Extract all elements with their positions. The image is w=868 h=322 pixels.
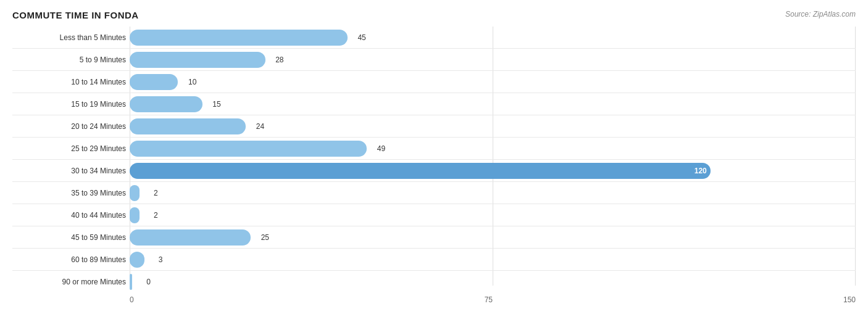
bar-fill: 15 — [130, 96, 202, 112]
bar-fill: 120 — [130, 163, 711, 179]
bar-track: 49 — [130, 138, 856, 159]
bar-track: 3 — [130, 249, 856, 270]
bar-label: 25 to 29 Minutes — [12, 144, 130, 153]
bar-row: 20 to 24 Minutes24 — [12, 115, 856, 138]
bar-track: 24 — [130, 115, 856, 137]
bar-row: 40 to 44 Minutes2 — [12, 204, 856, 226]
bar-value-label: 24 — [256, 122, 264, 131]
bar-value-label: 10 — [188, 78, 196, 86]
bar-fill: 2 — [130, 207, 140, 223]
axis-tick-label: 75 — [485, 295, 493, 304]
source-label: Source: ZipAtlas.com — [785, 10, 856, 19]
bar-fill: 25 — [130, 229, 251, 246]
bar-track: 45 — [130, 27, 856, 48]
axis-tick-label: 0 — [130, 295, 134, 304]
bar-track: 15 — [130, 93, 856, 115]
bar-track: 2 — [130, 204, 856, 226]
bar-fill: 2 — [130, 185, 140, 201]
bar-label: 90 or more Minutes — [12, 278, 130, 286]
bar-label: 30 to 34 Minutes — [12, 167, 130, 175]
bar-fill: 0 — [130, 274, 132, 290]
bar-value-label: 2 — [154, 189, 158, 197]
bar-value-label: 120 — [695, 167, 707, 175]
bar-track: 10 — [130, 71, 856, 93]
bar-fill: 28 — [130, 52, 265, 68]
bar-row: 15 to 19 Minutes15 — [12, 93, 856, 115]
bar-label: 20 to 24 Minutes — [12, 122, 130, 131]
bar-value-label: 28 — [275, 56, 283, 64]
bar-row: 35 to 39 Minutes2 — [12, 182, 856, 204]
bar-label: Less than 5 Minutes — [12, 33, 130, 42]
bar-value-label: 2 — [154, 211, 158, 220]
bar-row: 90 or more Minutes0 — [12, 271, 856, 293]
bar-value-label: 45 — [357, 33, 365, 42]
bar-row: Less than 5 Minutes45 — [12, 27, 856, 49]
bar-track: 25 — [130, 226, 856, 248]
bar-label: 40 to 44 Minutes — [12, 211, 130, 220]
axis-labels: 075150 — [130, 295, 856, 304]
bar-value-label: 25 — [261, 233, 269, 242]
bar-fill: 49 — [130, 141, 367, 157]
bar-value-label: 0 — [146, 278, 151, 286]
axis-row: 075150 — [12, 295, 856, 304]
bar-label: 15 to 19 Minutes — [12, 100, 130, 109]
bar-label: 10 to 14 Minutes — [12, 78, 130, 86]
bar-row: 60 to 89 Minutes3 — [12, 249, 856, 271]
bar-value-label: 3 — [159, 255, 163, 264]
chart-area: Less than 5 Minutes455 to 9 Minutes2810 … — [12, 27, 856, 304]
bar-fill: 45 — [130, 30, 348, 46]
bar-track: 120 — [130, 160, 856, 181]
bar-row: 30 to 34 Minutes120 — [12, 160, 856, 182]
bar-label: 5 to 9 Minutes — [12, 56, 130, 64]
bar-value-label: 49 — [377, 144, 385, 153]
bar-row: 25 to 29 Minutes49 — [12, 138, 856, 160]
bar-row: 5 to 9 Minutes28 — [12, 49, 856, 71]
bar-fill: 3 — [130, 252, 144, 268]
bar-row: 10 to 14 Minutes10 — [12, 71, 856, 93]
bar-track: 0 — [130, 271, 856, 293]
bar-fill: 10 — [130, 74, 178, 90]
axis-tick-label: 150 — [843, 295, 856, 304]
bar-track: 2 — [130, 182, 856, 204]
bar-fill: 24 — [130, 118, 246, 134]
bar-row: 45 to 59 Minutes25 — [12, 226, 856, 249]
bar-value-label: 15 — [212, 100, 220, 109]
bar-label: 35 to 39 Minutes — [12, 189, 130, 197]
chart-title: COMMUTE TIME IN FONDA — [12, 10, 139, 20]
bar-track: 28 — [130, 49, 856, 70]
bars-container: Less than 5 Minutes455 to 9 Minutes2810 … — [12, 27, 856, 293]
bar-label: 60 to 89 Minutes — [12, 255, 130, 264]
bar-label: 45 to 59 Minutes — [12, 233, 130, 242]
